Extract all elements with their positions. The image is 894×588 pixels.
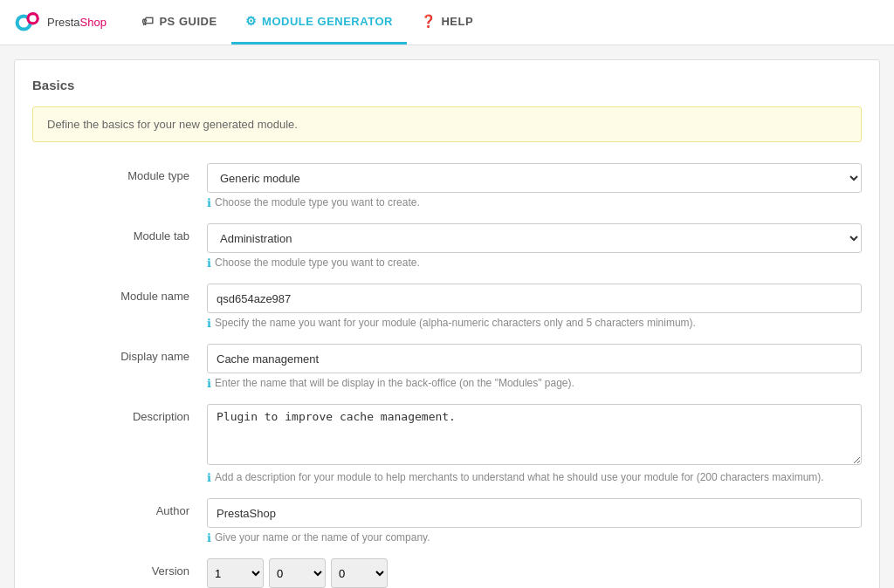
module-type-layout: Module type Generic module Payment modul…	[32, 163, 862, 193]
nav-help[interactable]: ❓ HELP	[407, 0, 487, 44]
basics-card: Basics Define the basics for your new ge…	[14, 59, 880, 588]
module-tab-hint: ℹ Choose the module type you want to cre…	[32, 256, 862, 270]
author-control	[207, 498, 862, 528]
nav-ps-guide[interactable]: 🏷 PS GUIDE	[127, 0, 231, 44]
module-tab-hint-icon: ℹ	[207, 256, 211, 270]
logo: PrestaShop	[14, 9, 107, 37]
author-hint-icon: ℹ	[207, 531, 211, 544]
nav-module-generator[interactable]: ⚙ MODULE GENERATOR	[231, 0, 407, 44]
logo-icon	[14, 9, 42, 37]
logo-presta: Presta	[47, 16, 80, 29]
module-name-hint-icon: ℹ	[207, 317, 211, 330]
description-label: Description	[32, 404, 207, 423]
module-name-label: Module name	[32, 284, 207, 303]
version-selects: 1 2 3 0 1 2 3 4 5 6	[207, 558, 862, 588]
author-input[interactable]	[207, 498, 862, 528]
description-layout: Description Plugin to improve cache mana…	[32, 404, 862, 468]
author-hint-text: Give your name or the name of your compa…	[215, 531, 430, 544]
module-generator-icon: ⚙	[245, 14, 258, 28]
version-row: Version 1 2 3 0 1 2	[32, 558, 862, 588]
version-layout: Version 1 2 3 0 1 2	[32, 558, 862, 588]
author-row: Author ℹ Give your name or the name of y…	[32, 498, 862, 544]
nav-module-generator-label: MODULE GENERATOR	[262, 15, 393, 28]
basics-form: Module type Generic module Payment modul…	[32, 163, 862, 588]
display-name-input[interactable]	[207, 344, 862, 373]
version-label: Version	[32, 558, 207, 578]
description-control: Plugin to improve cache management.	[207, 404, 862, 468]
description-hint: ℹ Add a description for your module to h…	[32, 471, 862, 484]
description-hint-text: Add a description for your module to hel…	[215, 471, 824, 483]
module-tab-row: Module tab Administration Front Office P…	[32, 223, 862, 270]
module-type-control: Generic module Payment module Carrier mo…	[207, 163, 862, 193]
version-minor-select[interactable]: 0 1 2 3 4 5 6 7 8 9	[269, 558, 326, 588]
module-tab-control: Administration Front Office Payment Ship…	[207, 223, 862, 253]
info-banner-text: Define the basics for your new generated…	[47, 118, 298, 131]
logo-text: PrestaShop	[47, 16, 107, 29]
description-input[interactable]: Plugin to improve cache management.	[207, 404, 862, 465]
module-type-hint: ℹ Choose the module type you want to cre…	[32, 196, 862, 209]
help-icon: ❓	[421, 14, 437, 28]
display-name-control	[207, 344, 862, 373]
module-tab-label: Module tab	[32, 223, 207, 243]
description-row: Description Plugin to improve cache mana…	[32, 404, 862, 484]
version-control: 1 2 3 0 1 2 3 4 5 6	[207, 558, 862, 588]
logo-shop: Shop	[80, 16, 107, 29]
display-name-layout: Display name	[32, 344, 862, 373]
module-name-hint-text: Specify the name you want for your modul…	[215, 317, 696, 329]
nav-ps-guide-label: PS GUIDE	[159, 15, 217, 28]
module-name-layout: Module name	[32, 284, 862, 313]
module-type-row: Module type Generic module Payment modul…	[32, 163, 862, 209]
info-banner: Define the basics for your new generated…	[32, 106, 862, 142]
module-name-row: Module name ℹ Specify the name you want …	[32, 284, 862, 330]
section-title: Basics	[32, 78, 862, 92]
display-name-hint-icon: ℹ	[207, 377, 211, 390]
module-tab-select[interactable]: Administration Front Office Payment Ship…	[207, 223, 862, 253]
module-name-hint: ℹ Specify the name you want for your mod…	[32, 317, 862, 330]
header: PrestaShop 🏷 PS GUIDE ⚙ MODULE GENERATOR…	[0, 0, 894, 45]
module-tab-layout: Module tab Administration Front Office P…	[32, 223, 862, 253]
svg-point-3	[30, 15, 37, 22]
display-name-row: Display name ℹ Enter the name that will …	[32, 344, 862, 390]
version-patch-select[interactable]: 0 1 2 3 4 5 6 7 8 9	[331, 558, 388, 588]
nav-help-label: HELP	[441, 15, 473, 28]
author-hint: ℹ Give your name or the name of your com…	[32, 531, 862, 544]
display-name-label: Display name	[32, 344, 207, 363]
ps-guide-icon: 🏷	[141, 14, 155, 28]
module-tab-hint-text: Choose the module type you want to creat…	[215, 256, 420, 269]
display-name-hint: ℹ Enter the name that will be display in…	[32, 377, 862, 390]
module-type-hint-text: Choose the module type you want to creat…	[215, 196, 420, 209]
version-major-select[interactable]: 1 2 3	[207, 558, 264, 588]
author-label: Author	[32, 498, 207, 517]
main-content: Basics Define the basics for your new ge…	[0, 45, 894, 588]
description-hint-icon: ℹ	[207, 471, 211, 484]
module-type-hint-icon: ℹ	[207, 196, 211, 209]
module-type-select[interactable]: Generic module Payment module Carrier mo…	[207, 163, 862, 193]
main-nav: 🏷 PS GUIDE ⚙ MODULE GENERATOR ❓ HELP	[127, 0, 487, 44]
display-name-hint-text: Enter the name that will be display in t…	[215, 377, 574, 389]
module-name-control	[207, 284, 862, 313]
module-name-input[interactable]	[207, 284, 862, 313]
module-type-label: Module type	[32, 163, 207, 182]
author-layout: Author	[32, 498, 862, 528]
